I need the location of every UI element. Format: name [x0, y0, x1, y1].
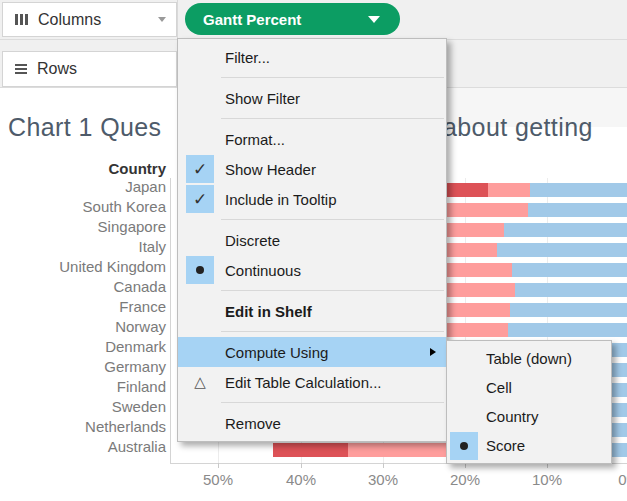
country-label[interactable]: France — [0, 297, 166, 317]
axis-tick-label: 30% — [353, 471, 413, 488]
rows-shelf[interactable]: Rows — [2, 51, 177, 87]
bar-segment-pink[interactable] — [488, 183, 530, 197]
country-label[interactable]: Canada — [0, 277, 166, 297]
menu-item-show-header[interactable]: ✓Show Header — [178, 154, 446, 184]
bar-segment-blue[interactable] — [510, 303, 627, 317]
bar-segment-blue[interactable] — [504, 223, 627, 237]
bar-segment-blue[interactable] — [530, 183, 627, 197]
country-label[interactable]: Japan — [0, 177, 166, 197]
submenu-item-label: Cell — [486, 379, 512, 396]
submenu-item-table-down[interactable]: Table (down) — [447, 344, 611, 373]
menu-separator — [221, 77, 444, 78]
pill-label: Gantt Percent — [203, 11, 301, 28]
menu-icon-gutter — [186, 125, 214, 153]
axis-tick — [383, 463, 384, 468]
radio-dot-icon — [186, 256, 214, 284]
bar-segment-pink[interactable] — [446, 323, 508, 337]
menu-separator — [221, 290, 444, 291]
bar-segment-blue[interactable] — [512, 263, 627, 277]
menu-icon-gutter — [186, 297, 214, 325]
submenu-item-label: Country — [486, 408, 539, 425]
submenu-item-label: Table (down) — [486, 350, 572, 367]
y-axis-line — [170, 178, 171, 463]
tableau-window: Columns Rows Gantt Percent Chart 1 Ques … — [0, 0, 627, 501]
country-label[interactable]: Singapore — [0, 217, 166, 237]
menu-item-label: Continuous — [225, 262, 301, 279]
menu-item-continuous[interactable]: Continuous — [178, 255, 446, 285]
country-label[interactable]: Italy — [0, 237, 166, 257]
pill-dropdown-icon[interactable] — [368, 16, 380, 23]
menu-item-edit-in-shelf[interactable]: Edit in Shelf — [178, 296, 446, 326]
menu-item-label: Remove — [225, 415, 281, 432]
country-label[interactable]: Denmark — [0, 337, 166, 357]
axis-tick-label: 40% — [271, 471, 331, 488]
menu-separator — [221, 219, 444, 220]
menu-item-compute-using[interactable]: Compute Using — [178, 337, 446, 367]
menu-item-label: Include in Tooltip — [225, 191, 336, 208]
country-label[interactable]: Norway — [0, 317, 166, 337]
menu-item-filter[interactable]: Filter... — [178, 42, 446, 72]
bar-segment-blue[interactable] — [497, 243, 627, 257]
bar-segment-pink[interactable] — [446, 203, 528, 217]
columns-shelf[interactable]: Columns — [2, 2, 177, 37]
bar-segment-pink[interactable] — [446, 263, 512, 277]
rows-shelf-label: Rows — [37, 60, 77, 78]
gantt-percent-pill[interactable]: Gantt Percent — [185, 3, 400, 35]
menu-item-include-in-tooltip[interactable]: ✓Include in Tooltip — [178, 184, 446, 214]
menu-icon-gutter — [186, 43, 214, 71]
submenu-item-country[interactable]: Country — [447, 402, 611, 431]
menu-icon-gutter — [186, 226, 214, 254]
axis-tick — [218, 463, 219, 468]
bar-segment-pink[interactable] — [446, 283, 515, 297]
menu-icon-gutter — [186, 338, 214, 366]
axis-tick-label: 0% — [599, 471, 627, 488]
country-label[interactable]: South Korea — [0, 197, 166, 217]
bar-segment-pink[interactable] — [446, 303, 510, 317]
menu-item-label: Edit in Shelf — [225, 303, 312, 320]
country-label[interactable]: Finland — [0, 377, 166, 397]
country-label[interactable]: Australia — [0, 437, 166, 457]
compute-using-submenu: Table (down)CellCountryScore — [446, 340, 612, 464]
menu-item-label: Compute Using — [225, 344, 328, 361]
submenu-item-score[interactable]: Score — [447, 431, 611, 460]
menu-icon-gutter — [186, 409, 214, 437]
country-label-column: JapanSouth KoreaSingaporeItalyUnited Kin… — [0, 177, 166, 457]
submenu-item-cell[interactable]: Cell — [447, 373, 611, 402]
menu-item-format[interactable]: Format... — [178, 124, 446, 154]
menu-icon-gutter — [450, 403, 478, 431]
menu-item-discrete[interactable]: Discrete — [178, 225, 446, 255]
axis-tick-label: 50% — [188, 471, 248, 488]
pill-context-menu: Filter...Show FilterFormat...✓Show Heade… — [177, 38, 447, 442]
bar-segment-blue[interactable] — [515, 283, 627, 297]
chart-title-left: Chart 1 Ques — [8, 113, 161, 142]
bar-segment-blue[interactable] — [508, 323, 627, 337]
menu-item-remove[interactable]: Remove — [178, 408, 446, 438]
menu-icon-gutter — [450, 345, 478, 373]
radio-dot-icon — [450, 432, 478, 460]
country-column-header: Country — [0, 160, 166, 177]
bar-segment-pink[interactable] — [446, 243, 497, 257]
menu-separator — [221, 331, 444, 332]
submenu-item-label: Score — [486, 437, 525, 454]
axis-tick-label: 10% — [517, 471, 577, 488]
country-label[interactable]: Sweden — [0, 397, 166, 417]
bar-segment-dark[interactable] — [273, 443, 348, 457]
menu-item-label: Filter... — [225, 49, 270, 66]
menu-item-edit-table-calculation[interactable]: △Edit Table Calculation... — [178, 367, 446, 397]
columns-caret-icon[interactable] — [158, 17, 166, 22]
country-label[interactable]: Netherlands — [0, 417, 166, 437]
menu-icon-gutter — [186, 84, 214, 112]
bar-segment-pink[interactable] — [446, 223, 504, 237]
country-label[interactable]: Germany — [0, 357, 166, 377]
columns-icon — [15, 14, 28, 25]
columns-shelf-label: Columns — [38, 11, 101, 29]
checkmark-icon: ✓ — [186, 185, 214, 213]
bar-segment-blue[interactable] — [528, 203, 627, 217]
rows-icon — [15, 64, 27, 74]
menu-item-label: Edit Table Calculation... — [225, 374, 381, 391]
axis-tick — [301, 463, 302, 468]
menu-separator — [221, 402, 444, 403]
menu-item-show-filter[interactable]: Show Filter — [178, 83, 446, 113]
country-label[interactable]: United Kingdom — [0, 257, 166, 277]
checkmark-icon: ✓ — [186, 155, 214, 183]
